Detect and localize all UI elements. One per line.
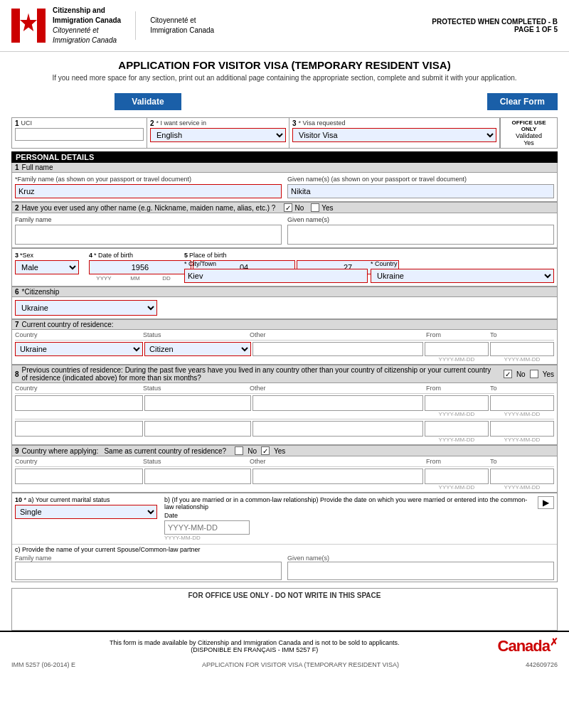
- yyyy-label: YYYY: [89, 275, 119, 282]
- applying-yes-checkbox[interactable]: [261, 446, 270, 455]
- visa-num: 3: [292, 119, 297, 127]
- spouse-family-label: Family name: [15, 555, 282, 562]
- prev-other-1-input[interactable]: [252, 395, 423, 411]
- row7-col-from: From: [426, 331, 490, 338]
- row8-label: Previous countries of residence: During …: [22, 366, 495, 382]
- form-desc: APPLICATION FOR VISITOR VISA (TEMPORARY …: [202, 661, 399, 668]
- service-select[interactable]: English French: [150, 128, 286, 142]
- citizenship-select[interactable]: Ukraine: [15, 300, 157, 316]
- dob-yyyy-input[interactable]: [89, 260, 191, 274]
- org-name-fr: Citoyenneté etImmigration Canada: [150, 16, 214, 36]
- row2-label: Have you ever used any other name (e.g. …: [22, 204, 276, 212]
- other-given-input[interactable]: [287, 225, 554, 245]
- other-family-label: Family name: [15, 216, 282, 223]
- row7-col-other: Other: [250, 331, 426, 338]
- applying-status-input[interactable]: [144, 469, 251, 484]
- prev-to-2-input[interactable]: [490, 421, 554, 437]
- prev-country-yes-checkbox[interactable]: [530, 370, 538, 378]
- dob-label: * Date of birth: [94, 252, 133, 259]
- row9-col-status: Status: [143, 458, 250, 465]
- clear-form-button[interactable]: Clear Form: [487, 93, 558, 110]
- other-family-input[interactable]: [15, 225, 282, 245]
- residence-to-input[interactable]: [490, 342, 554, 356]
- row9-label: Country where applying:: [22, 447, 99, 455]
- spouse-family-input[interactable]: [15, 562, 282, 580]
- personal-details-header: PERSONAL DETAILS: [11, 151, 558, 163]
- marriage-date-input[interactable]: [164, 520, 250, 535]
- date-label: Date: [164, 512, 554, 519]
- row8-col-other: Other: [250, 385, 426, 392]
- applying-no-checkbox[interactable]: [235, 446, 243, 455]
- marital-label: * a) Your current marital status: [24, 496, 110, 503]
- row9-col-other: Other: [250, 458, 426, 465]
- validate-button[interactable]: Validate: [115, 93, 181, 110]
- country-residence-select[interactable]: Ukraine: [15, 342, 143, 356]
- city-input[interactable]: [184, 269, 368, 283]
- dd-label: DD: [151, 275, 181, 282]
- prev-country-1-input[interactable]: [15, 395, 143, 411]
- pob-label: Place of birth: [189, 252, 227, 259]
- svg-rect-1: [37, 9, 46, 43]
- prev-from-2-input[interactable]: [425, 421, 489, 437]
- protected-label: PROTECTED WHEN COMPLETED - B PAGE 1 OF 5: [432, 18, 558, 33]
- other-given-label: Given name(s): [287, 216, 554, 223]
- prev-status-1-input[interactable]: [144, 395, 251, 411]
- applying-from-input[interactable]: [425, 469, 489, 484]
- applying-country-input[interactable]: [15, 469, 143, 484]
- row10-num: 10: [15, 496, 22, 503]
- row9-num: 9: [15, 447, 19, 455]
- page-title: APPLICATION FOR VISITOR VISA (TEMPORARY …: [11, 59, 558, 71]
- marriage-date-label: b) (If you are married or in a common-la…: [164, 496, 533, 510]
- pob-country-label: * Country: [371, 260, 554, 267]
- marriage-date-arrow[interactable]: ▶: [538, 496, 554, 509]
- residence-other-input[interactable]: [252, 342, 423, 356]
- applying-other-input[interactable]: [252, 469, 423, 484]
- other-name-no-checkbox[interactable]: [284, 203, 292, 212]
- prev-to-1-input[interactable]: [490, 395, 554, 411]
- row8-col-status: Status: [143, 385, 250, 392]
- marital-select[interactable]: Single Married Common-Law Divorced Separ…: [15, 505, 157, 519]
- service-label: * I want service in: [156, 119, 207, 127]
- family-name-input[interactable]: [15, 184, 282, 198]
- residence-from-input[interactable]: [425, 342, 489, 356]
- footer-text1: This form is made available by Citizensh…: [11, 639, 498, 646]
- prev-country-2-input[interactable]: [15, 421, 143, 437]
- row1-label: Full name: [22, 164, 53, 171]
- row8-col-to: To: [490, 385, 554, 392]
- visa-label: * Visa requested: [299, 119, 346, 127]
- prev-status-2-input[interactable]: [144, 421, 251, 437]
- row1-num: 1: [15, 164, 19, 171]
- uci-input[interactable]: [15, 128, 144, 141]
- visa-select[interactable]: Visitor Visa Student Visa: [292, 128, 496, 142]
- page-subtitle: If you need more space for any section, …: [11, 74, 558, 82]
- office-use-label: OFFICE USE ONLY: [504, 119, 554, 132]
- pob-country-select[interactable]: Ukraine: [371, 269, 554, 283]
- row7-col-to: To: [490, 331, 554, 338]
- footer-text2: (DISPONIBLE EN FRANÇAIS - IMM 5257 F): [11, 646, 498, 653]
- prev-country-no-checkbox[interactable]: [504, 370, 512, 378]
- given-name-input[interactable]: [287, 184, 554, 198]
- prev-from-1-input[interactable]: [425, 395, 489, 411]
- applying-to-input[interactable]: [490, 469, 554, 484]
- row7-num: 7: [15, 321, 19, 328]
- office-use-section: FOR OFFICE USE ONLY - DO NOT WRITE IN TH…: [11, 588, 558, 631]
- mm-label: MM: [120, 275, 150, 282]
- residence-status-select[interactable]: Citizen Permanent Resident Worker Studen…: [144, 342, 251, 356]
- spouse-given-input[interactable]: [287, 562, 554, 580]
- row7-label: Current country of residence:: [22, 321, 114, 328]
- city-label: * City/Town: [184, 260, 368, 267]
- prev-other-2-input[interactable]: [252, 421, 423, 437]
- form-id: IMM 5257 (06-2014) E: [11, 661, 75, 668]
- spouse-label: c) Provide the name of your current Spou…: [15, 546, 554, 553]
- given-name-label: Given name(s) (as shown on your passport…: [287, 176, 554, 183]
- other-name-yes-checkbox[interactable]: [311, 203, 319, 212]
- row3-num: 3: [15, 252, 18, 259]
- row7-col-status: Status: [143, 331, 250, 338]
- row9-same-label: Same as current country of residence?: [104, 447, 226, 455]
- row7-col-country: Country: [15, 331, 143, 338]
- sex-select[interactable]: Male Female: [15, 260, 79, 274]
- row9-col-from: From: [426, 458, 490, 465]
- org-name: Citizenship and Immigration Canada Citoy…: [53, 6, 121, 46]
- family-name-label: *Family name (as shown on your passport …: [15, 176, 282, 183]
- row8-col-from: From: [426, 385, 490, 392]
